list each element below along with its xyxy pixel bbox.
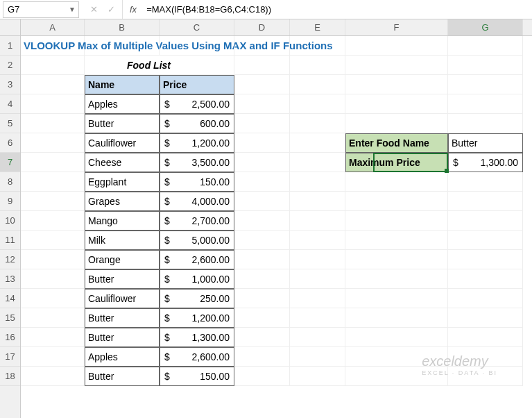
fx-icon[interactable]: fx <box>123 4 144 15</box>
cell[interactable] <box>234 211 290 231</box>
cell[interactable] <box>21 172 85 192</box>
cell[interactable] <box>21 114 85 133</box>
cell[interactable] <box>234 192 290 211</box>
table-cell-price[interactable]: $5,000.00 <box>160 231 234 250</box>
cell[interactable] <box>21 75 85 94</box>
max-price-label[interactable]: Maximum Price <box>345 153 448 172</box>
cell[interactable] <box>290 269 345 289</box>
cell[interactable] <box>21 308 85 328</box>
table-cell-price[interactable]: $1,200.00 <box>160 133 234 153</box>
cell[interactable] <box>21 347 85 367</box>
table-cell-price[interactable]: $2,600.00 <box>160 250 234 269</box>
cell[interactable] <box>448 94 523 114</box>
cell[interactable] <box>290 94 345 114</box>
table-header-name[interactable]: Name <box>85 75 160 94</box>
enter-food-label[interactable]: Enter Food Name <box>345 133 448 153</box>
table-cell-price[interactable]: $600.00 <box>160 114 234 133</box>
cell[interactable] <box>448 231 523 250</box>
cell[interactable] <box>345 328 448 347</box>
column-header[interactable]: F <box>345 19 448 35</box>
row-header[interactable]: 11 <box>0 231 20 250</box>
cell[interactable] <box>290 56 345 75</box>
row-header[interactable]: 3 <box>0 75 20 94</box>
cell[interactable] <box>21 56 85 75</box>
cell[interactable] <box>448 192 523 211</box>
table-cell-price[interactable]: $1,000.00 <box>160 269 234 289</box>
table-cell-price[interactable]: $4,000.00 <box>160 192 234 211</box>
cell[interactable] <box>234 367 290 386</box>
table-cell-name[interactable]: Cauliflower <box>85 289 160 308</box>
cell[interactable] <box>448 211 523 231</box>
column-header[interactable]: G <box>448 19 523 35</box>
cell[interactable] <box>21 328 85 347</box>
cell[interactable] <box>448 308 523 328</box>
enter-food-value[interactable]: Butter <box>448 133 523 153</box>
row-header[interactable]: 15 <box>0 308 20 328</box>
cell[interactable] <box>234 172 290 192</box>
row-header[interactable]: 6 <box>0 133 20 153</box>
table-cell-name[interactable]: Grapes <box>85 192 160 211</box>
name-box[interactable]: G7 ▼ <box>3 1 79 18</box>
cell[interactable] <box>21 231 85 250</box>
cell[interactable] <box>160 36 234 56</box>
column-header[interactable]: A <box>21 19 85 35</box>
table-cell-price[interactable]: $1,300.00 <box>160 328 234 347</box>
row-header[interactable]: 18 <box>0 367 20 386</box>
cell[interactable] <box>345 231 448 250</box>
cancel-icon[interactable]: ✕ <box>90 4 98 15</box>
table-cell-price[interactable]: $2,500.00 <box>160 94 234 114</box>
cell[interactable] <box>21 94 85 114</box>
cell[interactable] <box>345 269 448 289</box>
cell[interactable] <box>448 328 523 347</box>
table-cell-price[interactable]: $2,700.00 <box>160 211 234 231</box>
cell[interactable] <box>448 172 523 192</box>
cell[interactable] <box>448 56 523 75</box>
cell[interactable] <box>234 114 290 133</box>
table-cell-price[interactable]: $250.00 <box>160 289 234 308</box>
column-header[interactable]: C <box>160 19 234 35</box>
cell[interactable] <box>21 289 85 308</box>
cell[interactable] <box>448 367 523 386</box>
cell[interactable] <box>345 308 448 328</box>
cell[interactable] <box>448 75 523 94</box>
column-header[interactable]: D <box>234 19 290 35</box>
cell[interactable] <box>21 153 85 172</box>
cell[interactable] <box>345 56 448 75</box>
column-header[interactable]: E <box>290 19 345 35</box>
cell[interactable] <box>345 75 448 94</box>
cell[interactable] <box>234 153 290 172</box>
max-price-value[interactable]: $1,300.00 <box>448 153 523 172</box>
column-header[interactable]: B <box>85 19 160 35</box>
cell[interactable] <box>290 75 345 94</box>
row-header[interactable]: 7 <box>0 153 20 172</box>
cell[interactable] <box>290 347 345 367</box>
cell[interactable] <box>448 269 523 289</box>
cell[interactable] <box>290 114 345 133</box>
cell[interactable] <box>290 133 345 153</box>
cell[interactable] <box>234 94 290 114</box>
cell[interactable] <box>290 308 345 328</box>
cell[interactable] <box>85 36 160 56</box>
cell[interactable] <box>234 347 290 367</box>
cell[interactable] <box>290 289 345 308</box>
table-cell-price[interactable]: $3,500.00 <box>160 153 234 172</box>
cell[interactable] <box>234 269 290 289</box>
cell[interactable] <box>21 211 85 231</box>
cell[interactable] <box>345 211 448 231</box>
cell[interactable] <box>345 94 448 114</box>
table-cell-name[interactable]: Milk <box>85 231 160 250</box>
table-cell-name[interactable]: Butter <box>85 328 160 347</box>
grid[interactable]: VLOOKUP Max of Multiple Values Using MAX… <box>21 36 532 386</box>
cell[interactable] <box>160 56 234 75</box>
table-cell-name[interactable]: Butter <box>85 308 160 328</box>
cell[interactable] <box>234 328 290 347</box>
cell[interactable] <box>234 36 290 56</box>
table-cell-price[interactable]: $1,200.00 <box>160 308 234 328</box>
cell[interactable] <box>448 289 523 308</box>
table-cell-price[interactable]: $150.00 <box>160 172 234 192</box>
table-cell-price[interactable]: $150.00 <box>160 367 234 386</box>
row-header[interactable]: 8 <box>0 172 20 192</box>
cell[interactable] <box>290 192 345 211</box>
table-cell-name[interactable]: Apples <box>85 94 160 114</box>
select-all-corner[interactable] <box>0 19 20 36</box>
